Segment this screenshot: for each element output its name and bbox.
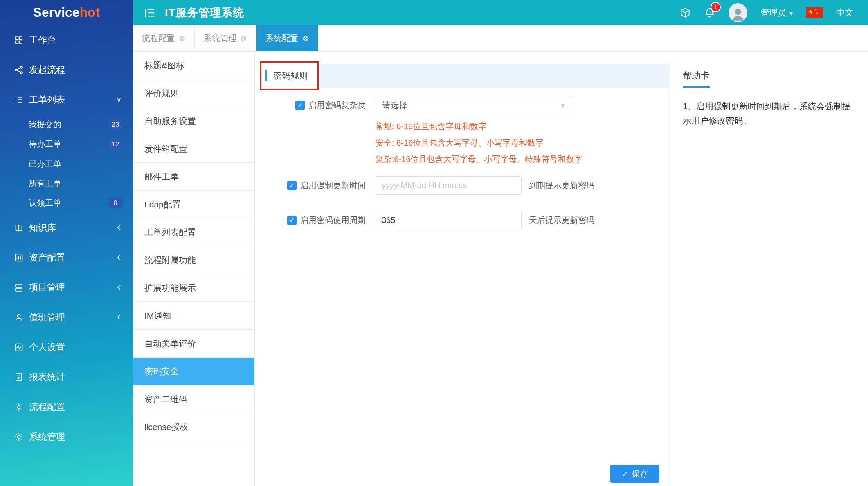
bar-chart-icon (14, 253, 24, 263)
complexity-select[interactable]: 请选择 (376, 96, 571, 115)
sidebar-item-label: 报表统计 (29, 371, 65, 383)
flag-star-icon: ★ (808, 8, 813, 16)
logo-text-hot: hot (80, 5, 100, 20)
submenu-item-rating-rules[interactable]: 评价规则 (133, 79, 254, 107)
complexity-checkbox[interactable] (295, 101, 305, 110)
sidebar-item-label: 资产配置 (29, 252, 65, 264)
sidebar-item-asset-config[interactable]: 资产配置 (0, 243, 133, 272)
submenu-item-ldap-config[interactable]: Ldap配置 (133, 191, 254, 218)
force-update-checkbox[interactable] (287, 181, 297, 190)
sidebar-item-label: 项目管理 (29, 281, 65, 294)
password-cycle-checkbox[interactable] (287, 216, 297, 225)
tab-flow-config[interactable]: 流程配置 (133, 25, 195, 51)
main-column: IT服务管理系统 1 管理员 ★ ★ (133, 0, 868, 486)
settings-submenu: 标题&图标 评价规则 自助服务设置 发件箱配置 邮件工单 Ldap配置 工单列表… (133, 52, 255, 486)
submenu-item-asset-qrcode[interactable]: 资产二维码 (133, 385, 254, 413)
complexity-select-value: 请选择 (382, 100, 407, 111)
submenu-item-ticket-list-config[interactable]: 工单列表配置 (133, 218, 254, 246)
gear-icon (14, 432, 24, 442)
flow-branch-icon (14, 65, 24, 75)
force-update-datetime-input[interactable] (376, 176, 522, 195)
tab-label: 流程配置 (142, 33, 175, 44)
submenu-item-auto-close-rating[interactable]: 自动关单评价 (133, 330, 254, 358)
password-cycle-input[interactable] (376, 211, 522, 230)
user-menu[interactable]: 管理员 (760, 7, 793, 18)
submenu-item-outbox-config[interactable]: 发件箱配置 (133, 135, 254, 163)
submenu-item-self-service[interactable]: 自助服务设置 (133, 107, 254, 135)
sidebar-item-personal-settings[interactable]: 个人设置 (0, 332, 133, 362)
sidebar: Servicehot 工作台 发起流程 工单列表 我提交的 23 待办工单 12 (0, 0, 133, 486)
chevron-down-icon (789, 8, 793, 18)
password-cycle-row: 启用密码使用周期 天后提示更新密码 (255, 211, 670, 230)
sidebar-item-flow-config[interactable]: 流程配置 (0, 392, 133, 422)
header-actions: 1 管理员 ★ ★ ★ 中文 (679, 3, 853, 22)
help-card: 帮助卡 1、启用强制更新时间到期后，系统会强制提示用户修改密码。 (670, 62, 868, 486)
count-badge: 0 (108, 198, 122, 209)
sidebar-item-label: 工作台 (29, 34, 56, 46)
sidebar-item-label: 发起流程 (29, 64, 65, 76)
notification-bell-icon[interactable]: 1 (704, 7, 715, 18)
sidebar-item-ticket-list[interactable]: 工单列表 (0, 85, 133, 115)
sidebar-item-start-flow[interactable]: 发起流程 (0, 55, 133, 85)
sidebar-item-report-stats[interactable]: 报表统计 (0, 362, 133, 392)
content-area: 标题&图标 评价规则 自助服务设置 发件箱配置 邮件工单 Ldap配置 工单列表… (133, 52, 868, 486)
sidebar-item-label: 流程配置 (29, 401, 65, 413)
submenu-item-im-notify[interactable]: IM通知 (133, 302, 254, 330)
sidebar-item-duty-mgmt[interactable]: 值班管理 (0, 302, 133, 332)
submenu-item-flow-attach[interactable]: 流程附属功能 (133, 246, 254, 274)
user-avatar[interactable] (729, 3, 747, 22)
pulse-icon (14, 342, 24, 352)
sidebar-item-project-mgmt[interactable]: 项目管理 (0, 272, 133, 302)
check-icon (622, 469, 628, 479)
app-root: Servicehot 工作台 发起流程 工单列表 我提交的 23 待办工单 12 (0, 0, 868, 486)
notification-badge: 1 (711, 2, 721, 12)
section-title: 密码规则 (265, 70, 308, 81)
submenu-item-mail-ticket[interactable]: 邮件工单 (133, 163, 254, 191)
top-header: IT服务管理系统 1 管理员 ★ ★ (133, 0, 868, 25)
submenu-item-password-security[interactable]: 密码安全 (133, 358, 254, 385)
sidebar-subitem-claim-tickets[interactable]: 认领工单 0 (0, 193, 133, 213)
sidebar-subitem-todo-tickets[interactable]: 待办工单 12 (0, 134, 133, 154)
sidebar-subitem-label: 我提交的 (29, 119, 61, 130)
tab-close-icon[interactable] (302, 34, 309, 43)
sidebar-subitem-label: 待办工单 (29, 139, 61, 150)
sidebar-collapse-icon[interactable] (144, 7, 156, 19)
sidebar-subitem-label: 已办工单 (29, 158, 61, 169)
stacked-cards-icon (14, 283, 24, 292)
sidebar-item-system-mgmt[interactable]: 系统管理 (0, 422, 133, 452)
tab-close-icon[interactable] (241, 34, 247, 43)
sidebar-subitem-my-submitted[interactable]: 我提交的 23 (0, 115, 133, 134)
tab-system-mgmt[interactable]: 系统管理 (195, 25, 256, 51)
tab-close-icon[interactable] (179, 34, 185, 43)
sidebar-item-label: 个人设置 (29, 341, 65, 353)
package-cube-icon[interactable] (679, 7, 691, 18)
hint-safe: 安全: 6-16位且包含大写字母、小写字母和数字 (376, 135, 670, 151)
section-header-row: 密码规则 (260, 64, 670, 88)
submenu-item-extension-display[interactable]: 扩展功能展示 (133, 274, 254, 302)
submenu-item-title-icon[interactable]: 标题&图标 (133, 52, 254, 79)
tab-bar: 流程配置 系统管理 系统配置 (133, 25, 868, 52)
flag-star-icon: ★ (816, 11, 818, 14)
sidebar-item-label: 值班管理 (29, 311, 65, 324)
sidebar-item-label: 知识库 (29, 222, 56, 234)
sidebar-subitem-label: 认领工单 (29, 198, 61, 209)
tab-system-config[interactable]: 系统配置 (256, 25, 318, 51)
hint-complex: 复杂:6-16位且包含大写字母、小写字母、特殊符号和数字 (376, 151, 670, 167)
sidebar-item-workbench[interactable]: 工作台 (0, 25, 133, 55)
force-update-label: 启用强制更新时间 (300, 180, 366, 191)
count-badge: 23 (108, 119, 122, 130)
submenu-item-license-auth[interactable]: license授权 (133, 413, 254, 441)
user-name: 管理员 (760, 7, 786, 18)
language-switcher[interactable]: 中文 (836, 7, 853, 18)
avatar-person-icon (730, 6, 746, 22)
sidebar-item-knowledge-base[interactable]: 知识库 (0, 213, 133, 243)
china-flag-icon[interactable]: ★ ★ ★ (806, 7, 823, 18)
tab-label: 系统管理 (204, 33, 236, 44)
password-cycle-label: 启用密码使用周期 (300, 215, 366, 226)
sidebar-subitem-all-tickets[interactable]: 所有工单 (0, 173, 133, 193)
hint-normal: 常规: 6-16位且包含字母和数字 (376, 118, 670, 135)
sidebar-subitem-done-tickets[interactable]: 已办工单 (0, 154, 133, 173)
password-rules-form: 启用密码复杂度 请选择 常规: 6-16位且包含字母和数字 安全: 6-16位且… (255, 96, 670, 230)
select-caret-icon (561, 101, 564, 110)
save-button[interactable]: 保存 (610, 465, 659, 483)
